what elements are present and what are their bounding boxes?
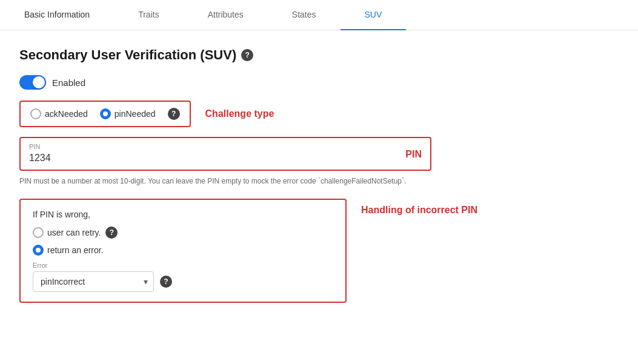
radio-option-ackneeded[interactable]: ackNeeded (30, 108, 88, 119)
page-title-text: Secondary User Verification (SUV) (19, 47, 236, 63)
radio-option-error[interactable]: return an error. (33, 245, 104, 256)
pin-input-area: PIN 1234 (29, 143, 393, 164)
tab-attributes[interactable]: Attributes (184, 0, 268, 30)
tab-suv[interactable]: SUV (341, 0, 407, 30)
error-dropdown[interactable]: pinIncorrect (33, 271, 154, 292)
radio-label-pinneeded: pinNeeded (115, 109, 156, 119)
challenge-type-help-icon[interactable]: ? (168, 108, 180, 120)
radio-circle-ackneeded (30, 108, 41, 119)
radio-circle-retry (33, 227, 44, 238)
radio-label-retry: user can retry. (47, 228, 101, 237)
error-dropdown-container: pinIncorrect (33, 271, 154, 292)
title-help-icon[interactable]: ? (241, 49, 253, 61)
tab-states[interactable]: States (268, 0, 341, 30)
radio-circle-error (33, 245, 44, 256)
enabled-toggle-row: Enabled (19, 75, 619, 90)
pin-hint: PIN must be a number at most 10-digit. Y… (19, 176, 431, 187)
radio-option-pinneeded[interactable]: pinNeeded (100, 108, 156, 119)
pin-field-label: PIN (29, 143, 393, 150)
retry-help-icon[interactable]: ? (105, 227, 118, 239)
incorrect-pin-title: If PIN is wrong, (33, 210, 333, 219)
radio-label-error: return an error. (47, 245, 104, 255)
challenge-type-annotation: Challenge type (205, 108, 274, 119)
error-dropdown-value: pinIncorrect (41, 277, 85, 286)
tab-basic-information[interactable]: Basic Information (0, 0, 114, 30)
pin-field-wrapper: PIN 1234 PIN (19, 137, 431, 171)
enabled-label: Enabled (52, 78, 85, 88)
radio-label-ackneeded: ackNeeded (45, 109, 88, 119)
radio-option-retry[interactable]: user can retry. (33, 227, 101, 238)
incorrect-pin-row: If PIN is wrong, user can retry. ? retur… (19, 199, 619, 303)
retry-radio-row: user can retry. ? (33, 227, 333, 239)
tab-traits[interactable]: Traits (114, 0, 183, 30)
error-dropdown-wrapper: pinIncorrect ? (33, 271, 333, 292)
error-dropdown-row: Error pinIncorrect ? (33, 262, 333, 292)
incorrect-pin-annotation-wrapper: Handling of incorrect PIN (361, 199, 477, 217)
challenge-type-box: ackNeeded pinNeeded ? (19, 101, 191, 127)
error-radio-row: return an error. (33, 245, 333, 256)
page-container: Basic Information Traits Attributes Stat… (0, 0, 638, 364)
incorrect-pin-annotation-text: Handling of incorrect PIN (361, 204, 477, 217)
enabled-toggle[interactable] (19, 75, 46, 90)
page-title: Secondary User Verification (SUV) ? (19, 47, 619, 63)
page-content: Secondary User Verification (SUV) ? Enab… (0, 30, 638, 320)
radio-circle-pinneeded (100, 108, 111, 119)
pin-annotation: PIN (405, 143, 422, 160)
challenge-type-row: ackNeeded pinNeeded ? Challenge type (19, 101, 619, 127)
error-dropdown-label: Error (33, 262, 333, 269)
tab-bar: Basic Information Traits Attributes Stat… (0, 0, 638, 30)
pin-field-value[interactable]: 1234 (29, 153, 393, 164)
error-dropdown-help-icon[interactable]: ? (160, 276, 172, 288)
incorrect-pin-box: If PIN is wrong, user can retry. ? retur… (19, 199, 347, 303)
